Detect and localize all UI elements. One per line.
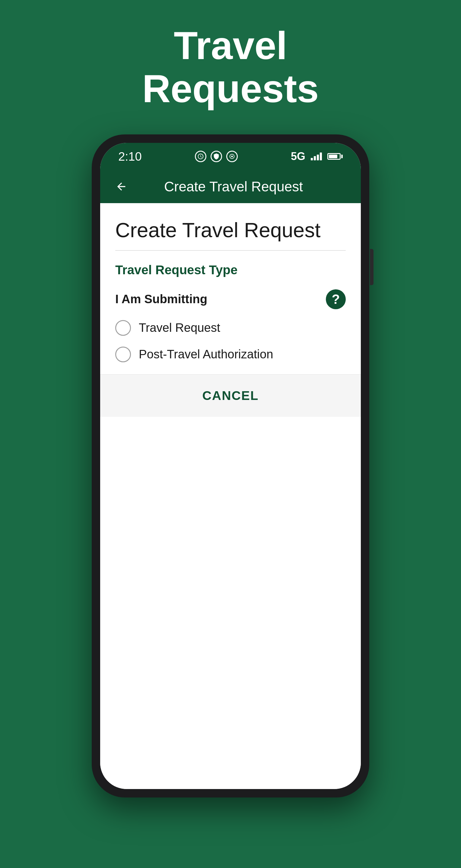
phone-screen: 2:10 — [100, 143, 361, 789]
back-button[interactable] — [112, 178, 130, 195]
shield-icon — [210, 151, 222, 162]
content-area: Create Travel Request Travel Request Typ… — [100, 203, 361, 789]
alarm-icon — [195, 151, 206, 162]
signal-icon — [311, 153, 322, 160]
radio-circle-travel[interactable] — [115, 320, 131, 336]
focus-icon — [226, 151, 238, 162]
divider — [115, 250, 346, 251]
cancel-button[interactable]: CANCEL — [100, 375, 361, 417]
section-title: Travel Request Type — [115, 263, 346, 277]
status-time: 2:10 — [118, 150, 142, 163]
field-label: I Am Submitting — [115, 292, 207, 306]
status-right-icons: 5G — [291, 150, 343, 163]
phone-device: 2:10 — [92, 134, 369, 798]
action-card: CANCEL — [100, 374, 361, 417]
page-title: Travel Requests — [12, 24, 449, 110]
field-label-row: I Am Submitting ? — [115, 289, 346, 309]
status-bar: 2:10 — [100, 143, 361, 170]
app-bar: Create Travel Request — [100, 170, 361, 203]
network-type: 5G — [291, 150, 305, 163]
notification-icons — [195, 151, 238, 162]
app-bar-title: Create Travel Request — [136, 179, 331, 195]
help-button[interactable]: ? — [326, 289, 346, 309]
page-header: Travel Requests — [0, 0, 461, 128]
radio-circle-post[interactable] — [115, 347, 131, 362]
svg-point-1 — [231, 156, 233, 157]
radio-post-travel[interactable]: Post-Travel Authorization — [115, 347, 346, 362]
radio-label-travel: Travel Request — [139, 321, 220, 335]
phone-shell: 2:10 — [92, 134, 369, 798]
radio-travel-request[interactable]: Travel Request — [115, 320, 346, 336]
form-title: Create Travel Request — [115, 218, 346, 242]
radio-label-post: Post-Travel Authorization — [139, 347, 273, 361]
battery-icon — [327, 153, 343, 160]
